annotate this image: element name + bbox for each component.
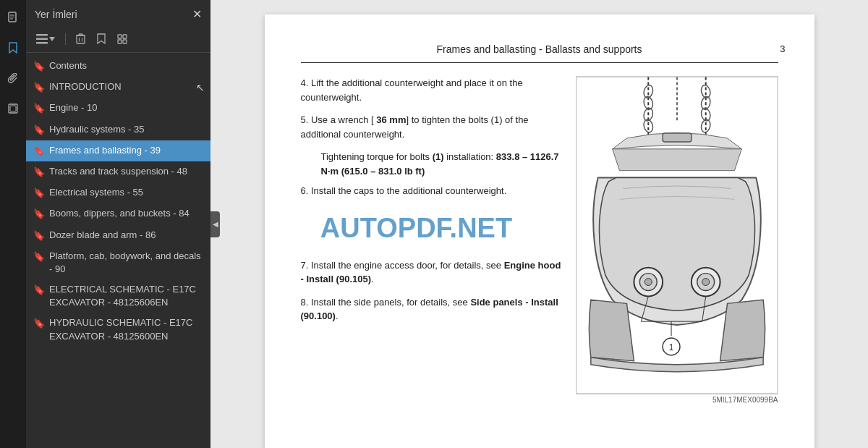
document-page: 3 Frames and ballasting - Ballasts and s… [265,14,814,448]
bookmark-contents[interactable]: 🔖 Contents [26,56,210,77]
sidebar: Yer İmleri ✕ 🔖 Contents [26,0,210,448]
bookmark-icon-elec-schematic: 🔖 [33,284,45,297]
sidebar-wrapper: Yer İmleri ✕ 🔖 Contents [26,0,210,448]
svg-rect-5 [10,106,16,111]
sidebar-toolbar [26,28,210,52]
bookmark-introduction[interactable]: 🔖 INTRODUCTION ↖ [26,77,210,98]
step-5-num: 5. [301,114,309,125]
page-header-title: Frames and ballasting - Ballasts and sup… [301,43,778,55]
svg-rect-19 [123,40,127,43]
sidebar-header: Yer İmleri ✕ [26,0,210,28]
bookmark-icon-frames: 🔖 [33,145,45,158]
bookmark-label-contents: Contents [49,59,87,72]
expand-button[interactable] [114,32,130,46]
step-8-num: 8. [301,297,309,308]
bookmark-label-engine: Engine - 10 [49,101,98,114]
bookmark-icon-contents: 🔖 [33,60,45,73]
layout-button[interactable] [33,32,58,46]
page-icon-btn[interactable] [3,7,23,28]
svg-rect-18 [118,40,122,43]
cursor-indicator: ↖ [196,81,205,96]
svg-rect-7 [36,38,48,40]
page-divider [301,62,778,63]
bookmark-tracks[interactable]: 🔖 Tracks and track suspension - 48 [26,161,210,182]
page-container[interactable]: 3 Frames and ballasting - Ballasts and s… [210,0,868,448]
bookmark-label-electrical: Electrical systems - 55 [49,186,143,199]
sidebar-collapse-handle[interactable]: ◀ [210,211,220,237]
bookmark-icon-dozer: 🔖 [33,229,45,242]
bookmark-label-dozer: Dozer blade and arm - 86 [49,229,156,242]
bookmark-panel-icon-btn[interactable] [3,38,23,58]
bookmark-label-frames: Frames and ballasting - 39 [49,144,161,157]
bookmark-icon-electrical: 🔖 [33,187,45,200]
svg-rect-6 [36,34,48,36]
bookmark-icon-platform: 🔖 [33,250,45,263]
bookmark-icon-engine: 🔖 [33,102,45,115]
svg-rect-17 [123,35,127,38]
bookmark-electrical[interactable]: 🔖 Electrical systems - 55 [26,182,210,203]
step-5-text: Use a wrench [ 36 mm] to tighten the bol… [301,114,529,140]
bookmark-booms[interactable]: 🔖 Booms, dippers, and buckets - 84 [26,203,210,224]
step-7-text: Install the engine access door, for deta… [301,260,561,285]
bookmark-icon-hydraulic: 🔖 [33,124,45,137]
bookmark-label-hyd-schematic: HYDRAULIC SCHEMATIC - E17C EXCAVATOR - 4… [49,316,203,342]
svg-rect-16 [118,35,122,38]
bookmark-engine[interactable]: 🔖 Engine - 10 [26,98,210,119]
text-column: 4. Lift the additional counterweight and… [301,76,561,404]
attachment-icon-btn[interactable] [3,68,23,88]
step-5: 5. Use a wrench [ 36 mm] to tighten the … [301,113,561,141]
image-caption: 5MIL17MEX0099BA [576,396,778,404]
bookmark-label-intro: INTRODUCTION [49,80,122,93]
watermark: AUTOPDF.NET [272,213,561,244]
bookmark-icon-intro: 🔖 [33,81,45,94]
close-button[interactable]: ✕ [192,7,202,21]
delete-button[interactable] [73,31,88,46]
step-8-text: Install the side panels, for details, se… [301,297,558,322]
bookmark-dozer[interactable]: 🔖 Dozer blade and arm - 86 [26,225,210,246]
layers-icon-btn[interactable] [3,98,23,119]
step-5-note: Tightening torque for bolts (1) installa… [321,150,561,178]
step-4-num: 4. [301,77,309,88]
bookmark-label-tracks: Tracks and track suspension - 48 [49,165,187,178]
svg-rect-44 [663,133,692,142]
main-content: 3 Frames and ballasting - Ballasts and s… [210,0,868,448]
page-number: 3 [780,43,785,54]
bookmark-label-booms: Booms, dippers, and buckets - 84 [49,207,190,220]
bottom-steps: 7. Install the engine access door, for d… [301,258,561,324]
step-7-num: 7. [301,260,309,271]
step-6-num: 6. [301,185,309,196]
bookmark-list: 🔖 Contents 🔖 INTRODUCTION ↖ 🔖 Engine - 1… [26,53,210,448]
bookmark-icon-booms: 🔖 [33,208,45,221]
excavator-illustration: 1 [576,76,778,394]
page-area: 3 Frames and ballasting - Ballasts and s… [210,0,868,448]
bookmark-icon-tracks: 🔖 [33,166,45,179]
step-4-text: Lift the additional counterweight and pl… [301,77,523,103]
svg-point-34 [644,279,652,286]
bookmark-hydraulic-schematic[interactable]: 🔖 HYDRAULIC SCHEMATIC - E17C EXCAVATOR -… [26,313,210,346]
add-bookmark-button[interactable] [94,31,109,46]
step-6: 6. Install the caps to the additional co… [301,184,561,198]
icon-panel [0,0,26,448]
sidebar-title: Yer İmleri [35,9,77,20]
step-4: 4. Lift the additional counterweight and… [301,76,561,104]
content-area: 4. Lift the additional counterweight and… [301,76,778,404]
step-6-text: Install the caps to the additional count… [311,185,506,196]
bookmark-icon-hyd-schematic: 🔖 [33,317,45,330]
toolbar-separator [65,33,66,45]
bookmark-hydraulic[interactable]: 🔖 Hydraulic systems - 35 [26,119,210,140]
svg-point-37 [702,279,709,286]
step-7: 7. Install the engine access door, for d… [301,258,561,287]
bookmark-electrical-schematic[interactable]: 🔖 ELECTRICAL SCHEMATIC - E17C EXCAVATOR … [26,279,210,313]
svg-text:1: 1 [668,342,673,352]
svg-rect-9 [77,35,85,43]
bookmark-frames[interactable]: 🔖 Frames and ballasting - 39 [26,140,210,161]
step-8: 8. Install the side panels, for details,… [301,295,561,324]
bookmark-label-platform: Platform, cab, bodywork, and decals - 90 [49,250,203,276]
bookmark-label-hydraulic: Hydraulic systems - 35 [49,123,144,136]
svg-rect-8 [36,42,48,44]
bookmark-platform[interactable]: 🔖 Platform, cab, bodywork, and decals - … [26,246,210,279]
bookmark-label-elec-schematic: ELECTRICAL SCHEMATIC - E17C EXCAVATOR - … [49,283,203,309]
image-column: 1 5MIL17MEX0099BA [576,76,778,404]
